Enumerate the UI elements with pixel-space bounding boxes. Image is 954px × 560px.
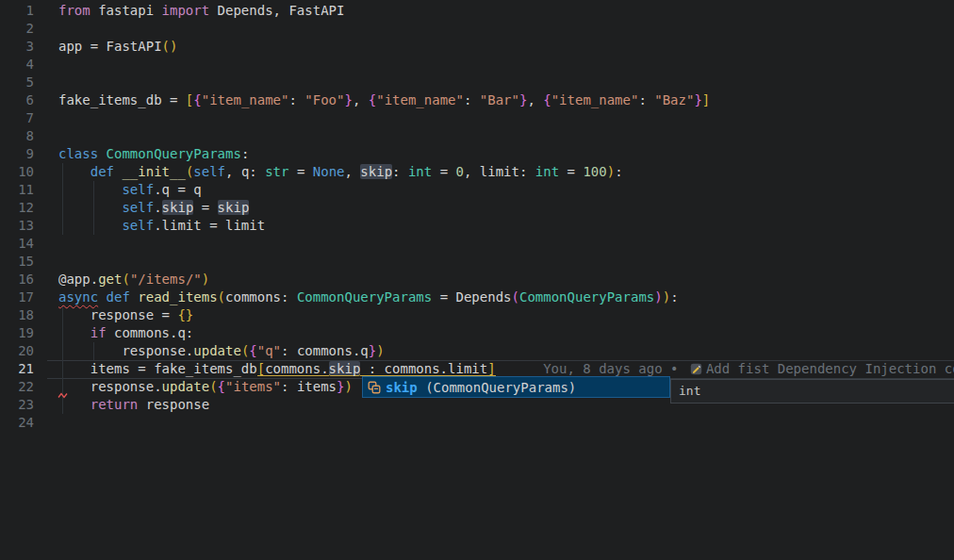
code-token: self — [122, 218, 154, 233]
code-token: return — [90, 397, 139, 412]
code-line[interactable]: 24 — [0, 414, 954, 432]
code-token: = — [432, 164, 455, 179]
code-token: from — [58, 3, 90, 18]
code-line[interactable]: 7 — [0, 109, 954, 127]
code-token: : items — [281, 379, 337, 394]
code-token: app = FastAPI — [58, 39, 162, 54]
suggest-info-panel: int — [670, 379, 954, 404]
code-token: Add fist Dependency Injection co — [706, 361, 954, 376]
line-number[interactable]: 10 — [0, 163, 34, 181]
code-rows: 1from fastapi import Depends, FastAPI23a… — [0, 2, 954, 432]
code-token: } — [369, 343, 376, 358]
code-line[interactable]: 1from fastapi import Depends, FastAPI — [0, 2, 954, 20]
code-text: self.skip = skip — [58, 199, 249, 217]
line-number[interactable]: 22 — [0, 378, 34, 396]
code-line[interactable]: 20 response.update({"q": commons.q}) — [0, 342, 954, 360]
code-text: def __init__(self, q: str = None, skip: … — [58, 163, 623, 181]
code-token: async — [58, 289, 98, 305]
code-line[interactable]: 6fake_items_db = [{"item_name": "Foo"}, … — [0, 91, 954, 109]
code-line[interactable]: 13 self.limit = limit — [0, 217, 954, 235]
line-number[interactable]: 9 — [0, 145, 34, 163]
line-number[interactable]: 12 — [0, 199, 34, 217]
code-token: { — [543, 92, 551, 107]
code-line[interactable]: 15 — [0, 253, 954, 271]
code-text: fake_items_db = [{"item_name": "Foo"}, {… — [58, 91, 710, 109]
line-number[interactable]: 19 — [0, 324, 34, 342]
code-text: self.q = q — [58, 181, 202, 199]
code-token: ) — [654, 289, 662, 305]
code-line[interactable]: 4 — [0, 56, 954, 74]
code-token: . — [154, 200, 161, 215]
code-token: response. — [58, 379, 162, 394]
code-token: = — [193, 200, 217, 215]
code-token: if — [90, 325, 107, 340]
code-token: .q = q — [154, 182, 202, 197]
code-token: ) — [202, 272, 209, 287]
line-number[interactable]: 5 — [0, 74, 34, 91]
code-line[interactable]: 16@app.get("/items/") — [0, 271, 954, 288]
code-token: items = fake_items_db — [58, 361, 257, 376]
line-number[interactable]: 1 — [0, 2, 34, 20]
code-token: commons.q: — [107, 325, 194, 340]
line-number[interactable]: 18 — [0, 306, 34, 324]
line-number[interactable]: 4 — [0, 56, 34, 74]
code-token: "item_name" — [551, 92, 639, 107]
code-text: from fastapi import Depends, FastAPI — [58, 2, 344, 20]
line-number[interactable]: 24 — [0, 414, 34, 432]
code-token: ( — [122, 272, 129, 287]
code-token: : commons.limit — [360, 361, 487, 376]
code-line[interactable]: 3app = FastAPI() — [0, 38, 954, 56]
code-token: self — [122, 200, 154, 215]
code-token: 0 — [456, 164, 464, 179]
code-token: str — [265, 164, 288, 179]
code-line[interactable]: 5 — [0, 74, 954, 91]
suggest-widget-row[interactable]: skip (CommonQueryParams) — [362, 376, 670, 398]
code-line[interactable]: 8 — [0, 127, 954, 145]
code-text: response = {} — [58, 306, 193, 324]
code-line[interactable]: 9class CommonQueryParams: — [0, 145, 954, 163]
line-number[interactable]: 16 — [0, 271, 34, 288]
code-line[interactable]: 2 — [0, 20, 954, 38]
line-number[interactable]: 14 — [0, 235, 34, 253]
code-token: @app. — [58, 272, 98, 287]
line-number[interactable]: 17 — [0, 288, 34, 306]
line-number[interactable]: 13 — [0, 217, 34, 235]
code-line[interactable]: 17async def read_items(commons: CommonQu… — [0, 288, 954, 306]
code-token — [58, 182, 122, 197]
line-number[interactable]: 7 — [0, 109, 34, 127]
code-line[interactable]: 18 response = {} — [0, 306, 954, 324]
code-line[interactable]: 12 self.skip = skip — [0, 199, 954, 217]
code-token: Depends, FastAPI — [209, 3, 344, 18]
code-line[interactable]: 11 self.q = q — [0, 181, 954, 199]
line-number[interactable]: 8 — [0, 127, 34, 145]
line-number[interactable]: 11 — [0, 181, 34, 199]
code-token — [58, 164, 90, 179]
line-number[interactable]: 15 — [0, 253, 34, 271]
code-token: skip — [218, 200, 250, 215]
line-number[interactable]: 21 — [0, 360, 34, 378]
code-text: if commons.q: — [58, 324, 193, 342]
code-line[interactable]: 19 if commons.q: — [0, 324, 954, 342]
code-editor[interactable]: 1from fastapi import Depends, FastAPI23a… — [0, 0, 954, 560]
code-token: "item_name" — [376, 92, 464, 107]
code-line[interactable]: 10 def __init__(self, q: str = None, ski… — [0, 163, 954, 181]
line-number[interactable]: 23 — [0, 396, 34, 414]
code-token: commons: — [225, 289, 297, 305]
code-token: self — [193, 164, 225, 179]
line-number[interactable]: 20 — [0, 342, 34, 360]
code-token: : — [638, 92, 654, 107]
code-line[interactable]: 14 — [0, 235, 954, 253]
code-token: __init__ — [122, 164, 185, 179]
code-token: : — [241, 146, 249, 161]
code-token: "Bar" — [480, 92, 519, 107]
code-token: "Foo" — [304, 92, 344, 107]
code-token: response = — [58, 307, 177, 322]
line-number[interactable]: 6 — [0, 91, 34, 109]
code-token: response. — [58, 343, 193, 358]
line-number[interactable]: 2 — [0, 20, 34, 38]
line-number[interactable]: 3 — [0, 38, 34, 56]
code-token: { — [369, 92, 376, 107]
code-token: = — [288, 164, 312, 179]
code-token: 100 — [583, 164, 606, 179]
code-token: int — [535, 164, 559, 179]
